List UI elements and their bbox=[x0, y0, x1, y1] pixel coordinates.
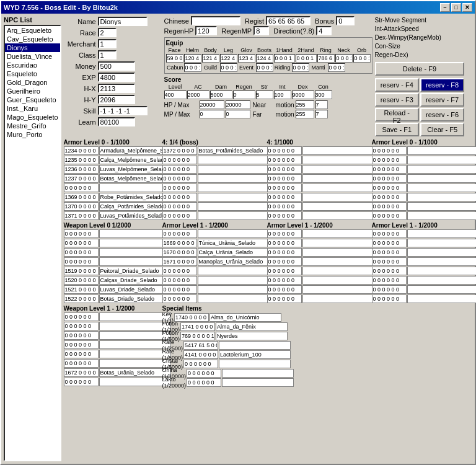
maximize-button[interactable]: □ bbox=[451, 3, 461, 12]
boss-name-5[interactable] bbox=[198, 184, 270, 192]
npc-item-guer[interactable]: Guer_Esqueleto bbox=[5, 95, 60, 104]
a1c1-code-5[interactable] bbox=[162, 267, 197, 275]
armor0-code-7[interactable] bbox=[64, 202, 99, 211]
w0-name-1[interactable] bbox=[99, 229, 171, 238]
a1c2-name-8[interactable] bbox=[302, 294, 374, 303]
score-ac[interactable] bbox=[187, 91, 209, 99]
boss-name-6[interactable] bbox=[198, 193, 270, 202]
eq-orb-input[interactable] bbox=[353, 54, 371, 63]
near-value-input[interactable] bbox=[315, 100, 328, 109]
a0c2-code-6[interactable] bbox=[267, 193, 302, 202]
w1-name-6[interactable] bbox=[99, 359, 171, 368]
a1c1-name-3[interactable] bbox=[198, 248, 270, 257]
w1-code-8[interactable] bbox=[64, 378, 99, 386]
armor0-code-8[interactable] bbox=[64, 211, 99, 220]
a1c2-code-1[interactable] bbox=[267, 229, 302, 238]
a0c2-code-3[interactable] bbox=[267, 165, 302, 174]
w0-code-1[interactable] bbox=[64, 229, 99, 238]
npc-item-guerilheiro[interactable]: Guerilheiro bbox=[5, 87, 60, 95]
merchant-input[interactable] bbox=[98, 39, 117, 48]
a0c3-code-6[interactable] bbox=[372, 193, 407, 202]
a0c3-name-2[interactable] bbox=[407, 156, 476, 164]
a1c3-code-4[interactable] bbox=[372, 257, 407, 266]
a0c3-name-3[interactable] bbox=[407, 165, 476, 174]
minimize-button[interactable]: − bbox=[440, 3, 450, 12]
npc-item-arq[interactable]: Arq_Esqueleto bbox=[5, 26, 60, 35]
w1-name-2[interactable] bbox=[99, 322, 171, 330]
score-con[interactable] bbox=[315, 91, 332, 99]
a0c3-name-1[interactable] bbox=[407, 146, 476, 155]
a0c3-code-4[interactable] bbox=[372, 174, 407, 183]
a1c2-code-6[interactable] bbox=[267, 276, 302, 285]
armor0-name-4[interactable] bbox=[99, 174, 171, 183]
a1c1-name-2[interactable] bbox=[198, 239, 270, 247]
a1c1-name-7[interactable] bbox=[198, 285, 270, 294]
npc-item-dionys[interactable]: Dionys bbox=[5, 43, 60, 52]
a1c3-code-8[interactable] bbox=[372, 294, 407, 303]
eq-leg-input[interactable] bbox=[220, 54, 237, 63]
armor0-code-2[interactable] bbox=[64, 156, 99, 164]
a1c1-code-1[interactable] bbox=[162, 229, 197, 238]
eq-1hand-input[interactable] bbox=[274, 54, 295, 63]
a1c2-code-4[interactable] bbox=[267, 257, 302, 266]
chinese-input[interactable] bbox=[191, 16, 240, 25]
boss-code-2[interactable] bbox=[162, 156, 197, 164]
close-button[interactable]: ✕ bbox=[462, 3, 472, 12]
a1c1-code-7[interactable] bbox=[162, 285, 197, 294]
armor0-code-3[interactable] bbox=[64, 165, 99, 174]
a0c2-name-8[interactable] bbox=[302, 211, 374, 220]
hp-input[interactable] bbox=[200, 100, 224, 109]
w0-name-2[interactable] bbox=[99, 239, 171, 247]
a1c3-name-6[interactable] bbox=[407, 276, 476, 285]
armor0-name-7[interactable] bbox=[99, 202, 171, 211]
score-regen[interactable] bbox=[233, 91, 255, 99]
a0c2-name-1[interactable] bbox=[302, 146, 374, 155]
a1c2-code-3[interactable] bbox=[267, 248, 302, 257]
w0-code-4[interactable] bbox=[64, 257, 99, 266]
eq-event-input[interactable] bbox=[256, 63, 273, 72]
boss-code-3[interactable] bbox=[162, 165, 197, 174]
a1c1-code-3[interactable] bbox=[162, 248, 197, 257]
reserv-f7-button[interactable]: reserv - F7 bbox=[420, 93, 464, 107]
npc-item-duelista[interactable]: Duelista_Vince bbox=[5, 52, 60, 61]
a0c2-code-4[interactable] bbox=[267, 174, 302, 183]
a1c2-name-1[interactable] bbox=[302, 229, 374, 238]
sp-code-3[interactable] bbox=[180, 332, 215, 340]
a1c3-code-6[interactable] bbox=[372, 276, 407, 285]
sp-code-2[interactable] bbox=[180, 322, 215, 331]
learn-input[interactable] bbox=[98, 117, 135, 126]
mp-input[interactable] bbox=[200, 110, 224, 118]
a0c3-name-6[interactable] bbox=[407, 193, 476, 202]
a1c1-code-4[interactable] bbox=[162, 257, 197, 266]
score-dex[interactable] bbox=[292, 91, 314, 99]
sp-code-8[interactable] bbox=[187, 378, 221, 387]
a1c1-code-8[interactable] bbox=[162, 294, 197, 303]
hx-input[interactable] bbox=[98, 84, 135, 93]
name-input[interactable] bbox=[98, 17, 148, 26]
w1-code-6[interactable] bbox=[64, 359, 99, 368]
w1-name-4[interactable] bbox=[99, 340, 171, 349]
armor0-name-5[interactable] bbox=[99, 184, 171, 192]
a0c3-code-5[interactable] bbox=[372, 184, 407, 192]
a1c2-code-5[interactable] bbox=[267, 267, 302, 275]
hy-input[interactable] bbox=[98, 95, 135, 104]
eq-glov-input[interactable] bbox=[238, 54, 255, 63]
npc-item-esqueleto[interactable]: Esqueleto bbox=[5, 69, 60, 78]
w1-code-7[interactable] bbox=[64, 368, 99, 377]
a0c3-code-7[interactable] bbox=[372, 202, 407, 211]
armor0-code-6[interactable] bbox=[64, 193, 99, 202]
a0c3-code-8[interactable] bbox=[372, 211, 407, 220]
reserv-f6-button[interactable]: reserv - F6 bbox=[420, 108, 464, 122]
a1c2-name-3[interactable] bbox=[302, 248, 374, 257]
w1-code-5[interactable] bbox=[64, 350, 99, 358]
regenmp-input[interactable] bbox=[253, 26, 269, 35]
armor0-code-4[interactable] bbox=[64, 174, 99, 183]
direction-input[interactable] bbox=[316, 26, 332, 35]
a0c2-code-8[interactable] bbox=[267, 211, 302, 220]
a1c2-name-5[interactable] bbox=[302, 267, 374, 275]
w1-code-1[interactable] bbox=[64, 312, 99, 321]
w0-name-5[interactable] bbox=[99, 267, 171, 275]
npc-item-mestre[interactable]: Mestre_Grifo bbox=[5, 122, 60, 130]
eq-face-input[interactable] bbox=[166, 54, 183, 63]
clear-f5-button[interactable]: Clear - F5 bbox=[420, 123, 464, 136]
